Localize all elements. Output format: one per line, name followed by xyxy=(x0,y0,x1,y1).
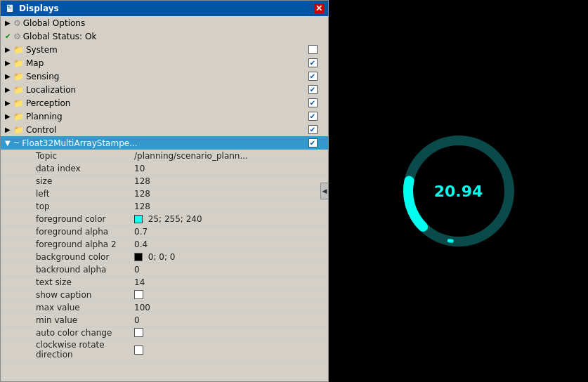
icon-global-status: ⚙ xyxy=(13,32,21,41)
prop-bg-alpha: backround alpha 0 xyxy=(1,263,328,276)
arrow-perception: ▶ xyxy=(5,99,13,107)
label-global-options: Global Options xyxy=(23,18,299,28)
arrow-system: ▶ xyxy=(5,46,13,53)
icon-sensing: 📁 xyxy=(13,72,24,81)
checkbox-area-system[interactable] xyxy=(299,45,327,54)
fg-color-swatch xyxy=(134,215,143,223)
prop-label-bg-color: background color xyxy=(36,252,134,262)
prop-value-fg-alpha: 0.7 xyxy=(134,227,324,237)
window-icon: 🖥 xyxy=(5,3,15,14)
properties-area: Topic /planning/scenario_plann... data i… xyxy=(1,150,328,361)
label-map: Map xyxy=(26,58,299,68)
checkbox-float32[interactable]: ✔ xyxy=(308,138,318,147)
prop-text-size: text size 14 xyxy=(1,276,328,289)
checkbox-area-map[interactable]: ✔ xyxy=(299,58,327,67)
label-sensing: Sensing xyxy=(26,72,299,81)
prop-value-fg-alpha2: 0.4 xyxy=(134,239,324,249)
prop-show-caption: show caption xyxy=(1,289,328,301)
prop-value-text-size: 14 xyxy=(134,277,324,287)
prop-value-auto-color[interactable] xyxy=(134,328,324,337)
checkbox-perception[interactable]: ✔ xyxy=(308,98,318,107)
prop-label-bg-alpha: backround alpha xyxy=(36,265,134,275)
prop-value-max-value: 100 xyxy=(134,303,324,312)
gauge-value: 20.94 xyxy=(434,183,483,200)
prop-label-data-index: data index xyxy=(36,164,134,173)
prop-top: top 128 xyxy=(1,200,328,213)
panel-scroll-arrow[interactable]: ◀ xyxy=(320,183,329,199)
label-localization: Localization xyxy=(26,85,299,95)
tree-item-float32[interactable]: ▼ ~ Float32MultiArrayStampe... ✔ xyxy=(1,136,328,150)
prop-label-show-caption: show caption xyxy=(36,290,134,300)
prop-clockwise: clockwise rotate direction xyxy=(1,339,328,361)
tree-item-sensing[interactable]: ▶ 📁 Sensing ✔ xyxy=(1,70,328,83)
gauge-panel: 20.94 xyxy=(329,0,588,382)
icon-perception: 📁 xyxy=(13,98,24,108)
checkbox-area-float32[interactable]: ✔ xyxy=(299,138,327,147)
arrow-map: ▶ xyxy=(5,59,13,67)
tree-item-perception[interactable]: ▶ 📁 Perception ✔ xyxy=(1,96,328,110)
title-bar: 🖥 Displays ✕ xyxy=(1,1,328,16)
arrow-global-options: ▶ xyxy=(5,19,13,27)
checkbox-area-control[interactable]: ✔ xyxy=(299,125,327,134)
checkbox-sensing[interactable]: ✔ xyxy=(308,72,318,81)
label-global-status: Global Status: Ok xyxy=(23,32,299,41)
tree-item-control[interactable]: ▶ 📁 Control ✔ xyxy=(1,123,328,136)
label-system: System xyxy=(26,45,299,55)
tree-item-global-options[interactable]: ▶ ⚙ Global Options xyxy=(1,16,328,29)
checkbox-area-planning[interactable]: ✔ xyxy=(299,112,327,121)
prop-value-size: 128 xyxy=(134,176,324,186)
prop-value-show-caption[interactable] xyxy=(134,290,324,299)
prop-label-clockwise: clockwise rotate direction xyxy=(36,340,134,360)
prop-label-auto-color: auto color change xyxy=(36,328,134,338)
tree-area: ▶ ⚙ Global Options ✔ ⚙ Global Status: Ok… xyxy=(1,16,328,381)
checkbox-show-caption[interactable] xyxy=(134,290,143,299)
icon-float32: ~ xyxy=(13,138,20,147)
prop-max-value: max value 100 xyxy=(1,301,328,314)
tree-item-system[interactable]: ▶ 📁 System xyxy=(1,43,328,56)
icon-global-options: ⚙ xyxy=(13,18,21,28)
prop-topic: Topic /planning/scenario_plann... xyxy=(1,150,328,162)
prop-value-clockwise[interactable] xyxy=(134,345,324,355)
arrow-localization: ▶ xyxy=(5,86,13,93)
checkbox-map[interactable]: ✔ xyxy=(308,58,318,67)
arrow-control: ▶ xyxy=(5,126,13,133)
prop-size: size 128 xyxy=(1,175,328,187)
icon-localization: 📁 xyxy=(13,85,24,95)
tree-item-planning[interactable]: ▶ 📁 Planning ✔ xyxy=(1,110,328,123)
prop-label-left: left xyxy=(36,189,134,199)
checkbox-planning[interactable]: ✔ xyxy=(308,112,318,121)
prop-left: left 128 xyxy=(1,187,328,200)
bg-color-text: 0; 0; 0 xyxy=(148,252,176,262)
icon-map: 📁 xyxy=(13,58,24,68)
bg-color-swatch xyxy=(134,253,143,261)
prop-label-topic: Topic xyxy=(36,151,134,161)
checkbox-area-perception[interactable]: ✔ xyxy=(299,98,327,107)
tree-item-localization[interactable]: ▶ 📁 Localization ✔ xyxy=(1,83,328,96)
prop-label-min-value: min value xyxy=(36,315,134,325)
close-button[interactable]: ✕ xyxy=(314,4,324,13)
checkbox-system[interactable] xyxy=(308,45,318,54)
prop-label-fg-alpha2: foreground alpha 2 xyxy=(36,239,134,249)
prop-data-index: data index 10 xyxy=(1,162,328,175)
checkbox-area-sensing[interactable]: ✔ xyxy=(299,72,327,81)
prop-fg-alpha2: foreground alpha 2 0.4 xyxy=(1,238,328,251)
prop-value-top: 128 xyxy=(134,202,324,211)
prop-value-min-value: 0 xyxy=(134,315,324,325)
tree-item-map[interactable]: ▶ 📁 Map ✔ xyxy=(1,56,328,70)
arrow-float32: ▼ xyxy=(5,139,13,147)
label-control: Control xyxy=(26,125,299,135)
checkbox-localization[interactable]: ✔ xyxy=(308,85,318,94)
prop-label-text-size: text size xyxy=(36,277,134,287)
displays-panel: 🖥 Displays ✕ ▶ ⚙ Global Options ✔ ⚙ Glob… xyxy=(0,0,329,382)
checkbox-area-localization[interactable]: ✔ xyxy=(299,85,327,94)
prop-fg-color: foreground color 25; 255; 240 xyxy=(1,213,328,225)
prop-label-fg-color: foreground color xyxy=(36,214,134,224)
checkbox-control[interactable]: ✔ xyxy=(308,125,318,134)
label-perception: Perception xyxy=(26,98,299,108)
tree-item-global-status[interactable]: ✔ ⚙ Global Status: Ok xyxy=(1,29,328,43)
checkbox-auto-color[interactable] xyxy=(134,328,143,337)
checkbox-clockwise[interactable] xyxy=(134,345,143,355)
prop-value-bg-color: 0; 0; 0 xyxy=(134,252,324,262)
arrow-planning: ▶ xyxy=(5,112,13,120)
arrow-sensing: ▶ xyxy=(5,72,13,80)
